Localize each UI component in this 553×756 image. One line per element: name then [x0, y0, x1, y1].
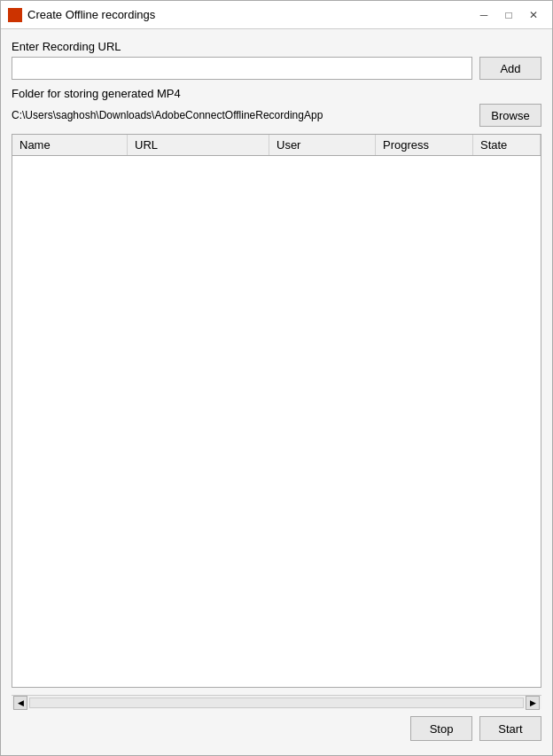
start-button[interactable]: Start: [479, 716, 541, 741]
minimize-button[interactable]: ─: [472, 5, 495, 25]
main-window: Create Offline recordings ─ □ ✕ Enter Re…: [0, 0, 553, 756]
col-header-name: Name: [12, 135, 128, 155]
title-bar: Create Offline recordings ─ □ ✕: [1, 1, 552, 29]
footer-buttons: Stop Start: [12, 709, 541, 744]
folder-row: C:\Users\saghosh\Downloads\AdobeConnectO…: [12, 104, 541, 127]
col-header-state: State: [473, 135, 541, 155]
url-input[interactable]: [12, 57, 472, 80]
url-input-row: Add: [12, 57, 541, 80]
horizontal-scrollbar: ◀ ▶: [12, 695, 541, 709]
scroll-right-button[interactable]: ▶: [526, 696, 540, 710]
content-area: Enter Recording URL Add Folder for stori…: [1, 29, 552, 755]
folder-label: Folder for storing generated MP4: [12, 87, 541, 100]
col-header-user: User: [269, 135, 376, 155]
add-button[interactable]: Add: [479, 57, 541, 80]
stop-button[interactable]: Stop: [410, 716, 472, 741]
app-icon: [8, 8, 22, 22]
window-title: Create Offline recordings: [27, 8, 472, 21]
maximize-button[interactable]: □: [497, 5, 520, 25]
table-header: Name URL User Progress State: [12, 135, 541, 156]
window-controls: ─ □ ✕: [472, 5, 545, 25]
col-header-url: URL: [128, 135, 269, 155]
col-header-progress: Progress: [376, 135, 473, 155]
close-button[interactable]: ✕: [522, 5, 545, 25]
recordings-table: Name URL User Progress State: [12, 134, 541, 688]
folder-section: Folder for storing generated MP4 C:\User…: [12, 87, 541, 127]
table-body: [12, 156, 541, 687]
scroll-left-button[interactable]: ◀: [13, 696, 27, 710]
scroll-track[interactable]: [29, 698, 524, 708]
browse-button[interactable]: Browse: [479, 104, 541, 127]
folder-path: C:\Users\saghosh\Downloads\AdobeConnectO…: [12, 109, 472, 121]
url-label: Enter Recording URL: [12, 40, 541, 53]
